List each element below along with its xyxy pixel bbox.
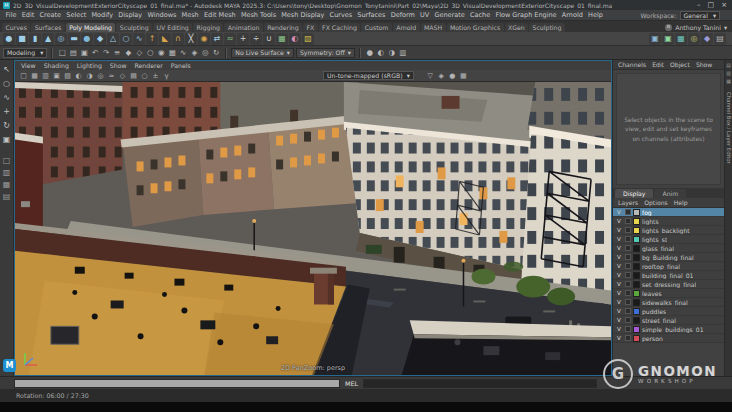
layer-visibility-toggle[interactable]: V: [615, 317, 623, 323]
shelf-icon[interactable]: ∩: [172, 33, 184, 45]
minimize-button[interactable]: –: [697, 1, 701, 9]
layer-name[interactable]: street_final: [642, 317, 676, 324]
layer-name[interactable]: glass_final: [642, 245, 674, 252]
render-icon[interactable]: ◐: [376, 47, 386, 58]
layer-color-swatch[interactable]: [633, 209, 640, 216]
status-line-icon[interactable]: ▦: [167, 47, 177, 58]
layer-name[interactable]: lights_backlight: [642, 227, 690, 234]
shelf-tab[interactable]: Rendering: [264, 23, 302, 32]
status-line-icon[interactable]: ↶: [90, 47, 100, 58]
menu-item[interactable]: Cache: [467, 11, 492, 19]
status-line-icon[interactable]: ◎: [200, 47, 210, 58]
status-line-icon[interactable]: ▣: [79, 47, 89, 58]
shelf-icon[interactable]: ▧: [302, 33, 314, 45]
layer-color-swatch[interactable]: [633, 254, 640, 261]
layer-visibility-toggle[interactable]: V: [615, 254, 623, 260]
shelf-tab[interactable]: Curves: [2, 23, 30, 32]
panel-menu-item[interactable]: Show: [107, 62, 130, 69]
layer-playback-toggle[interactable]: [625, 218, 631, 224]
layer-visibility-toggle[interactable]: V: [615, 299, 623, 305]
shelf-tab[interactable]: Animation: [224, 23, 262, 32]
layer-name[interactable]: leaves: [642, 290, 662, 297]
layer-editor-menu-item[interactable]: Layers: [616, 199, 640, 206]
shelf-icon[interactable]: ●: [3, 33, 15, 45]
menu-item[interactable]: UV: [417, 11, 431, 19]
panel-toolbar-icon[interactable]: ▤: [128, 72, 139, 80]
layer-row[interactable]: V rooftop_final: [613, 262, 724, 271]
layer-color-swatch[interactable]: [633, 308, 640, 315]
shelf-tab[interactable]: Arnold: [393, 23, 420, 32]
shelf-tab[interactable]: Sculpting: [529, 23, 565, 32]
shelf-icon[interactable]: ▣: [649, 33, 661, 45]
shelf-icon[interactable]: ◉: [198, 33, 210, 45]
menu-item[interactable]: Edit Mesh: [201, 11, 238, 19]
panel-toolbar-icon[interactable]: ◈: [436, 72, 447, 80]
panel-toolbar-icon[interactable]: ▦: [458, 72, 469, 80]
shelf-tab[interactable]: Surfaces: [31, 23, 65, 32]
layer-row[interactable]: V bg_Building_final: [613, 253, 724, 262]
menu-item[interactable]: Mesh Tools: [238, 11, 278, 19]
shelf-icon[interactable]: ▦: [276, 33, 288, 45]
menu-item[interactable]: Create: [37, 11, 64, 19]
layer-name[interactable]: person: [642, 335, 663, 342]
layer-visibility-toggle[interactable]: V: [615, 245, 623, 251]
menu-item[interactable]: Windows: [145, 11, 179, 19]
panel-menu-item[interactable]: View: [18, 62, 39, 69]
tool-icon[interactable]: ∿: [1, 92, 12, 103]
layer-editor-menu-item[interactable]: Options: [642, 199, 670, 206]
panel-toolbar-icon[interactable]: ◎: [95, 72, 106, 80]
layer-editor-menu-item[interactable]: Help: [672, 199, 690, 206]
shelf-icon[interactable]: ╳: [185, 33, 197, 45]
status-line-icon[interactable]: ≡: [112, 47, 122, 58]
layer-name[interactable]: lights: [642, 218, 659, 225]
status-line-icon[interactable]: ↷: [101, 47, 111, 58]
panel-menu-item[interactable]: Panels: [168, 62, 194, 69]
command-input[interactable]: [14, 379, 340, 388]
layer-color-swatch[interactable]: [633, 326, 640, 333]
panel-toolbar-icon[interactable]: ◐: [73, 72, 84, 80]
command-language-toggle[interactable]: MEL: [340, 380, 363, 387]
layer-name[interactable]: building_final_01: [642, 272, 693, 279]
layer-visibility-toggle[interactable]: V: [615, 272, 623, 278]
panel-toolbar-icon[interactable]: ▦: [29, 72, 40, 80]
menu-item[interactable]: Deform: [388, 11, 417, 19]
layer-row[interactable]: V street_final: [613, 316, 724, 325]
shelf-icon[interactable]: ○: [120, 33, 132, 45]
layout-shortcut-icon[interactable]: ▦: [1, 180, 12, 189]
sidebar-tab-label[interactable]: Channel Box / Layer Editor: [726, 92, 732, 164]
shelf-tab[interactable]: Motion Graphics: [447, 23, 504, 32]
status-line-icon[interactable]: ◆: [123, 47, 133, 58]
layer-editor-tab[interactable]: Anim: [654, 189, 686, 198]
shelf-tab[interactable]: Poly Modeling: [66, 23, 116, 32]
status-line-icon[interactable]: □: [57, 47, 67, 58]
channel-box-menu-item[interactable]: Edit: [650, 61, 666, 68]
status-line-icon[interactable]: ◈: [189, 47, 199, 58]
channel-box-menu-item[interactable]: Object: [668, 61, 692, 68]
tool-icon[interactable]: ▣: [1, 134, 12, 145]
layer-playback-toggle[interactable]: [625, 272, 631, 278]
menu-item[interactable]: Curves: [327, 11, 355, 19]
symmetry-dropdown[interactable]: Symmetry: Off ▾: [296, 48, 355, 58]
menu-item[interactable]: Display: [116, 11, 145, 19]
shelf-icon[interactable]: ▤: [714, 33, 726, 45]
layer-visibility-toggle[interactable]: V: [615, 227, 623, 233]
panel-menu-item[interactable]: Renderer: [132, 62, 166, 69]
layer-row[interactable]: V lights_backlight: [613, 226, 724, 235]
layer-playback-toggle[interactable]: [625, 281, 631, 287]
layer-visibility-toggle[interactable]: V: [615, 335, 623, 341]
panel-toolbar-icon[interactable]: ▽: [425, 72, 436, 80]
status-line-icon[interactable]: ↻: [211, 47, 221, 58]
menu-item[interactable]: Modify: [89, 11, 116, 19]
layer-color-swatch[interactable]: [633, 290, 640, 297]
shelf-icon[interactable]: ▮: [29, 33, 41, 45]
shelf-icon[interactable]: △: [107, 33, 119, 45]
render-icon[interactable]: ●: [365, 47, 375, 58]
shelf-icon[interactable]: ↑: [146, 33, 158, 45]
shelf-icon[interactable]: ◆: [94, 33, 106, 45]
tool-icon[interactable]: ↖: [1, 64, 12, 75]
sidebar-toggle-icon[interactable]: ▤: [726, 62, 732, 68]
layer-row[interactable]: V simple_buildings_01: [613, 325, 724, 334]
layer-row[interactable]: V puddles: [613, 307, 724, 316]
layout-shortcut-icon[interactable]: □: [1, 156, 12, 165]
sidebar-toggle-icon[interactable]: ▦: [726, 78, 732, 84]
